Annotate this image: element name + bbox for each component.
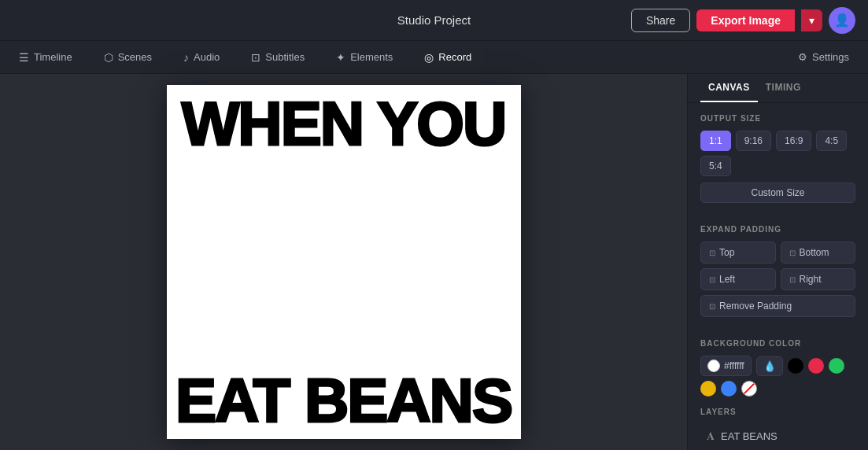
- export-dropdown-button[interactable]: ▾: [801, 9, 822, 31]
- output-size-label: OUTPUT SIZE: [700, 114, 855, 123]
- color-preset-blue[interactable]: [721, 381, 737, 397]
- share-button[interactable]: Share: [631, 9, 690, 32]
- pad-right-label: Right: [800, 274, 822, 285]
- custom-size-button[interactable]: Custom Size: [700, 183, 855, 203]
- remove-padding-button[interactable]: ⊡ Remove Padding: [700, 295, 855, 317]
- color-preset-none[interactable]: [741, 381, 757, 397]
- layers-label: LAYERS: [700, 408, 855, 416]
- pad-left-icon: ⊡: [709, 275, 715, 284]
- color-preset-yellow[interactable]: [700, 381, 716, 397]
- tab-timing[interactable]: TIMING: [758, 74, 809, 102]
- toolbar-item-record[interactable]: ◎ Record: [418, 48, 478, 67]
- settings-button[interactable]: ⚙ Settings: [792, 48, 855, 66]
- eyedropper-button[interactable]: 💧: [756, 356, 783, 376]
- toolbar-label-elements: Elements: [350, 51, 393, 63]
- pad-top-button[interactable]: ⊡ Top: [700, 242, 776, 264]
- pad-right-icon: ⊡: [789, 275, 796, 284]
- remove-padding-label: Remove Padding: [719, 301, 792, 312]
- output-size-section: OUTPUT SIZE 1:1 9:16 16:9 4:5 5:4 Custom…: [688, 103, 868, 203]
- padding-grid: ⊡ Top ⊡ Bottom ⊡ Left ⊡ Right: [700, 242, 855, 290]
- pad-bottom-icon: ⊡: [789, 249, 796, 257]
- pad-bottom-label: Bottom: [800, 247, 829, 258]
- pad-bottom-button[interactable]: ⊡ Bottom: [781, 242, 856, 264]
- toolbar-item-elements[interactable]: ✦ Elements: [330, 48, 399, 67]
- canvas-text-bottom[interactable]: EAT BEANS: [167, 370, 521, 439]
- toolbar: ☰ Timeline ⬡ Scenes ♪ Audio ⊡ Subtitles …: [0, 41, 868, 74]
- topbar-right: Share Export Image ▾ 👤: [631, 7, 855, 34]
- subtitles-icon: ⊡: [251, 51, 260, 64]
- expand-padding-label: EXPAND PADDING: [700, 225, 855, 234]
- toolbar-item-audio[interactable]: ♪ Audio: [177, 48, 226, 67]
- settings-label: Settings: [812, 51, 849, 63]
- panel-tabs: CANVAS TIMING: [688, 74, 868, 103]
- toolbar-item-scenes[interactable]: ⬡ Scenes: [98, 48, 158, 67]
- main-layout: WHEN YOU EAT BEANS CANVAS TIMING OUTPUT …: [0, 74, 868, 450]
- audio-icon: ♪: [183, 51, 189, 64]
- toolbar-label-audio: Audio: [194, 51, 220, 63]
- layer-label-eat-beans: EAT BEANS: [721, 430, 778, 442]
- canvas-frame[interactable]: WHEN YOU EAT BEANS: [167, 85, 521, 439]
- bg-color-row: #ffffff 💧: [700, 356, 855, 397]
- toolbar-label-record: Record: [438, 51, 471, 63]
- toolbar-label-subtitles: Subtitles: [265, 51, 305, 63]
- size-btn-5-4[interactable]: 5:4: [700, 156, 731, 176]
- elements-icon: ✦: [336, 51, 345, 64]
- color-hex-value: #ffffff: [724, 360, 744, 371]
- layers-section: LAYERS 𝐀 EAT BEANS 𝐀 WHEN YOU: [688, 397, 868, 450]
- pad-top-icon: ⊡: [709, 249, 715, 257]
- pad-right-button[interactable]: ⊡ Right: [781, 268, 856, 290]
- color-preset-green[interactable]: [829, 358, 844, 374]
- topbar: Studio Project Share Export Image ▾ 👤: [0, 0, 868, 41]
- record-icon: ◎: [424, 51, 434, 64]
- size-buttons: 1:1 9:16 16:9 4:5 5:4: [700, 131, 855, 176]
- expand-padding-section: EXPAND PADDING ⊡ Top ⊡ Bottom ⊡ Left ⊡ R…: [688, 214, 868, 317]
- scenes-icon: ⬡: [104, 51, 113, 64]
- canvas-text-top[interactable]: WHEN YOU: [167, 85, 521, 154]
- project-title: Studio Project: [397, 13, 471, 27]
- size-btn-1-1[interactable]: 1:1: [700, 131, 731, 151]
- background-color-section: BACKGROUND COLOR #ffffff 💧: [688, 328, 868, 397]
- tab-canvas[interactable]: CANVAS: [700, 74, 758, 102]
- color-preset-red[interactable]: [808, 358, 824, 374]
- color-swatch-white: [707, 360, 720, 372]
- export-image-button[interactable]: Export Image: [696, 9, 795, 31]
- remove-pad-icon: ⊡: [709, 302, 715, 311]
- right-panel: CANVAS TIMING OUTPUT SIZE 1:1 9:16 16:9 …: [687, 74, 868, 450]
- canvas-area: WHEN YOU EAT BEANS: [0, 74, 687, 450]
- pad-top-label: Top: [719, 247, 734, 258]
- size-btn-4-5[interactable]: 4:5: [816, 131, 847, 151]
- toolbar-item-subtitles[interactable]: ⊡ Subtitles: [245, 48, 311, 67]
- timeline-icon: ☰: [19, 51, 29, 64]
- toolbar-label-timeline: Timeline: [34, 51, 72, 63]
- layer-icon-eat-beans: 𝐀: [707, 430, 715, 443]
- avatar[interactable]: 👤: [829, 7, 855, 34]
- bg-color-label: BACKGROUND COLOR: [700, 339, 855, 348]
- layer-item-eat-beans[interactable]: 𝐀 EAT BEANS: [700, 424, 855, 448]
- toolbar-label-scenes: Scenes: [118, 51, 152, 63]
- settings-icon: ⚙: [798, 51, 807, 63]
- pad-left-label: Left: [719, 274, 735, 285]
- color-preset-black[interactable]: [788, 358, 803, 374]
- color-chip-active[interactable]: #ffffff: [700, 356, 752, 376]
- size-btn-16-9[interactable]: 16:9: [776, 131, 811, 151]
- size-btn-9-16[interactable]: 9:16: [736, 131, 771, 151]
- pad-left-button[interactable]: ⊡ Left: [700, 268, 776, 290]
- toolbar-item-timeline[interactable]: ☰ Timeline: [13, 48, 79, 67]
